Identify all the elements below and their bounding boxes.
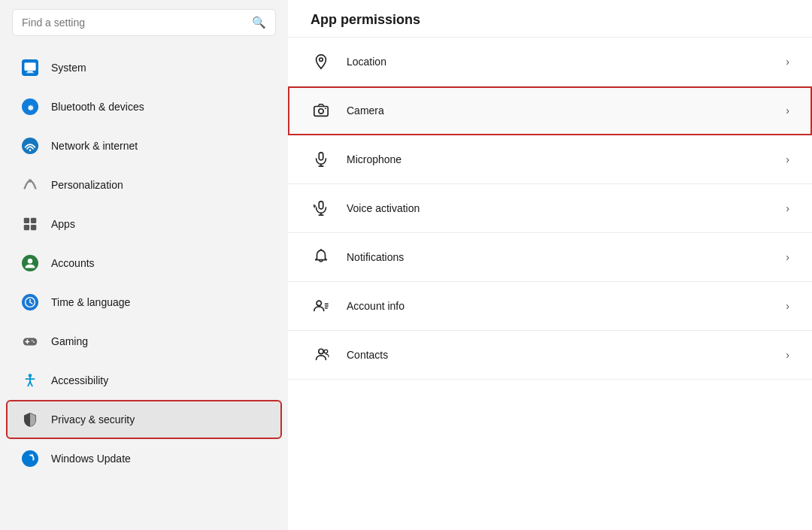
svg-point-23 [33, 341, 35, 343]
sidebar-item-label-privacy: Privacy & security [51, 413, 135, 426]
chevron-right-icon: › [786, 349, 789, 361]
sidebar-item-label-gaming: Gaming [51, 335, 88, 347]
account-info-icon [311, 295, 332, 316]
sidebar-item-label-personalization: Personalization [51, 179, 123, 191]
svg-point-32 [319, 109, 323, 114]
network-icon [21, 137, 39, 155]
chevron-right-icon: › [786, 202, 789, 214]
permission-camera-label: Camera [347, 104, 771, 117]
svg-rect-2 [27, 71, 32, 73]
sidebar-item-label-bluetooth: Bluetooth & devices [51, 101, 144, 113]
sidebar-item-gaming[interactable]: Gaming [6, 322, 282, 361]
svg-rect-1 [25, 63, 36, 71]
accessibility-icon [21, 371, 39, 389]
sidebar-item-system[interactable]: System [6, 48, 282, 87]
contacts-icon [311, 344, 332, 365]
sidebar-nav: System ⎈ Bluetooth & devices [0, 48, 288, 478]
apps-icon [21, 215, 39, 233]
svg-rect-34 [319, 153, 323, 160]
svg-line-28 [30, 382, 32, 386]
svg-rect-9 [24, 218, 29, 223]
chevron-right-icon: › [786, 104, 789, 117]
privacy-icon [21, 410, 39, 429]
gaming-icon [21, 332, 39, 350]
search-icon: 🔍 [252, 16, 266, 29]
permission-contacts-label: Contacts [347, 349, 771, 361]
permission-microphone[interactable]: Microphone › [288, 135, 812, 184]
svg-point-33 [325, 108, 326, 109]
sidebar-item-accounts[interactable]: Accounts [6, 244, 282, 283]
system-icon [21, 59, 39, 77]
svg-point-41 [317, 301, 321, 305]
sidebar-item-label-apps: Apps [51, 218, 75, 230]
svg-point-6 [22, 138, 38, 154]
microphone-icon [311, 149, 332, 170]
camera-icon [311, 100, 332, 121]
svg-point-14 [28, 259, 32, 263]
sidebar-item-label-system: System [51, 62, 86, 74]
svg-rect-31 [314, 107, 328, 117]
update-icon [21, 450, 39, 468]
sidebar: 🔍 System ⎈ Bluetooth [0, 0, 288, 530]
permission-contacts[interactable]: Contacts › [288, 331, 812, 380]
sidebar-item-label-update: Windows Update [51, 453, 131, 465]
sidebar-item-label-accessibility: Accessibility [51, 374, 108, 386]
sidebar-item-label-time: Time & language [51, 296, 130, 308]
sidebar-item-personalization[interactable]: Personalization [6, 165, 282, 204]
sidebar-item-time[interactable]: Time & language [6, 283, 282, 322]
accounts-icon [21, 254, 39, 272]
permission-account-info[interactable]: Account info › [288, 282, 812, 331]
svg-rect-11 [24, 225, 29, 230]
sidebar-item-update[interactable]: Windows Update [6, 439, 282, 478]
search-bar[interactable]: 🔍 [12, 9, 276, 36]
svg-point-7 [29, 150, 32, 152]
chevron-right-icon: › [786, 153, 789, 165]
sidebar-item-network[interactable]: Network & internet [6, 126, 282, 165]
personalization-icon [21, 176, 39, 194]
page-title: App permissions [288, 0, 812, 38]
svg-point-29 [22, 450, 38, 467]
svg-point-30 [320, 58, 323, 62]
location-icon [311, 51, 332, 72]
svg-point-8 [29, 179, 32, 183]
permission-account-info-label: Account info [347, 300, 771, 312]
permission-location[interactable]: Location › [288, 38, 812, 86]
permission-voice[interactable]: Voice activation › [288, 184, 812, 233]
svg-rect-3 [26, 72, 35, 73]
chevron-right-icon: › [786, 56, 789, 68]
sidebar-item-bluetooth[interactable]: ⎈ Bluetooth & devices [6, 87, 282, 126]
sidebar-item-privacy[interactable]: Privacy & security [6, 400, 282, 439]
notifications-icon [311, 247, 332, 268]
permission-notifications-label: Notifications [347, 251, 771, 263]
chevron-right-icon: › [786, 300, 789, 312]
svg-point-45 [319, 349, 323, 353]
time-icon [21, 293, 39, 311]
chevron-right-icon: › [786, 251, 789, 263]
svg-point-46 [324, 350, 328, 353]
sidebar-item-apps[interactable]: Apps [6, 204, 282, 244]
voice-icon [311, 198, 332, 219]
search-input[interactable] [22, 17, 246, 29]
permission-location-label: Location [347, 56, 771, 68]
permission-notifications[interactable]: Notifications › [288, 233, 812, 282]
svg-point-22 [32, 340, 33, 341]
permission-camera[interactable]: Camera › [288, 86, 812, 135]
bluetooth-icon: ⎈ [21, 98, 39, 116]
svg-rect-37 [319, 201, 323, 209]
permission-voice-label: Voice activation [347, 202, 771, 214]
svg-rect-10 [31, 218, 36, 223]
svg-text:⎈: ⎈ [28, 102, 34, 113]
sidebar-item-label-network: Network & internet [51, 140, 138, 152]
sidebar-item-accessibility[interactable]: Accessibility [6, 361, 282, 400]
main-content: App permissions Location › Camera › [288, 0, 812, 530]
svg-rect-12 [31, 225, 36, 230]
permission-microphone-label: Microphone [347, 153, 771, 165]
sidebar-item-label-accounts: Accounts [51, 257, 95, 269]
